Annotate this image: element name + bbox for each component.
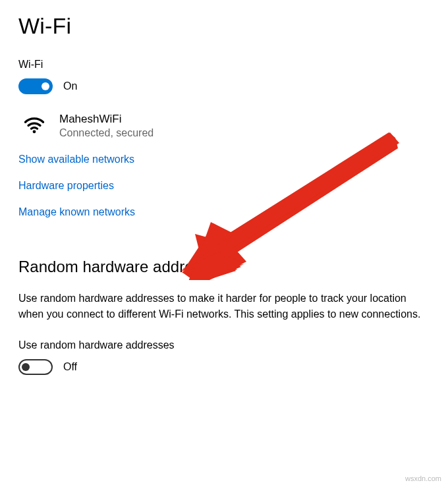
wifi-signal-icon xyxy=(22,113,46,136)
random-hw-description: Use random hardware addresses to make it… xyxy=(18,291,427,322)
svg-point-0 xyxy=(33,130,36,133)
random-hw-heading: Random hardware addresses xyxy=(18,258,430,276)
network-status: Connected, secured xyxy=(59,127,154,139)
page-title: Wi-Fi xyxy=(18,13,430,39)
network-name: MaheshWiFi xyxy=(59,113,154,126)
show-available-networks-link[interactable]: Show available networks xyxy=(18,154,134,165)
toggle-knob xyxy=(42,82,49,90)
watermark: wsxdn.com xyxy=(405,474,441,482)
hardware-properties-link[interactable]: Hardware properties xyxy=(18,180,114,192)
toggle-knob xyxy=(22,363,30,371)
current-network[interactable]: MaheshWiFi Connected, secured xyxy=(18,113,430,139)
random-hw-toggle-state: Off xyxy=(63,361,77,373)
wifi-toggle-state: On xyxy=(63,80,77,92)
wifi-section-label: Wi-Fi xyxy=(18,59,430,71)
manage-known-networks-link[interactable]: Manage known networks xyxy=(18,206,135,218)
random-hw-toggle[interactable] xyxy=(18,359,53,375)
wifi-toggle[interactable] xyxy=(18,78,53,94)
random-hw-toggle-label: Use random hardware addresses xyxy=(18,339,430,351)
